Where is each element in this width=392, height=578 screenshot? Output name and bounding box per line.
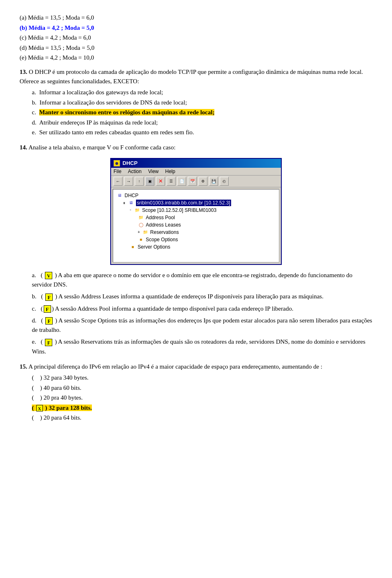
tree-scope-options: ■ Scope Options (116, 236, 276, 243)
dhcp-tree-body: 🖥 DHCP ∎ 🖥 sriblm01003.intrabb.bb.com.br… (113, 189, 279, 262)
q14-answer-e: e. ( F ) A sessão Reservations trás as i… (32, 337, 372, 356)
address-leases-icon: ◯ (138, 222, 144, 228)
menu-action[interactable]: Action (128, 169, 141, 174)
tree-server: ∎ 🖥 sriblm01003.intrabb.bb.com.br [10.12… (116, 199, 276, 207)
question-15: 15. A principal diferença do IPv6 em rel… (20, 362, 372, 422)
toolbar-delete[interactable]: ✕ (156, 177, 165, 186)
option-d: (d) Média = 13,5 ; Moda = 5,0 (20, 43, 372, 53)
tree-server-label: sriblm01003.intrabb.bb.com.br [10.12.52.… (136, 200, 231, 206)
dhcp-window-title: DHCP (122, 160, 138, 166)
menu-help[interactable]: Help (165, 169, 176, 174)
q15-option-a: ( ) 32 para 340 bytes. (32, 373, 372, 382)
q14-answers: a. ( V ) A aba em que aparece o nome do … (20, 271, 372, 356)
q15-options: ( ) 32 para 340 bytes. ( ) 40 para 60 bi… (20, 373, 372, 422)
answer-v-box: V (45, 272, 52, 279)
tree-server-options-label: Server Options (138, 244, 170, 250)
answer-x-box: X (36, 405, 43, 411)
menu-file[interactable]: File (114, 169, 121, 174)
q14-answer-a: a. ( V ) A aba em que aparece o nome do … (32, 271, 372, 290)
option-b: (b) Média = 4,2 ; Moda = 5,0 (20, 23, 372, 33)
q13-option-d: d. Atribuir endereços IP às máquinas da … (32, 118, 372, 127)
dhcp-titlebar: ❆ DHCP (111, 159, 281, 168)
toolbar-btn5[interactable]: 📅 (188, 177, 197, 186)
toolbar-btn1[interactable]: ▣ (145, 177, 154, 186)
server-icon: 🖥 (128, 200, 134, 206)
tree-dhcp-root: 🖥 DHCP (116, 192, 276, 199)
answer-f-box-b: F (45, 293, 53, 301)
answer-f-box-e: F (45, 339, 52, 346)
tree-address-pool-label: Address Pool (146, 215, 175, 220)
q13-text: 13. O DHCP é um protocolo da camada de a… (20, 67, 372, 87)
computer-icon: 🖥 (116, 192, 123, 199)
address-pool-icon: 📁 (138, 214, 144, 221)
q13-options: a. Informar a localização dos gateways d… (20, 88, 372, 137)
option-c: (c) Média = 4,2 ; Moda = 6,0 (20, 33, 372, 42)
q15-option-e: ( ) 20 para 64 bits. (32, 413, 372, 422)
toolbar-btn3[interactable]: ☰ (167, 177, 176, 186)
q15-option-b: ( ) 40 para 60 bits. (32, 383, 372, 393)
q13-option-c: c. Manter o sincronismo entre os relógio… (32, 108, 372, 117)
q13-option-b: b. Informar a localização dos servidores… (32, 98, 372, 107)
dhcp-toolbar: ← → ↑ ▣ ✕ ☰ 📄 📅 ⚙ 💾 ◴ (111, 176, 281, 187)
toolbar-btn8[interactable]: ◴ (220, 177, 229, 186)
tree-address-leases: ◯ Address Leases (116, 221, 276, 229)
q14-text: 14. Analise a tela abaixo, e marque V ou… (20, 143, 372, 152)
tree-server-options: ■ Server Options (116, 243, 276, 251)
server-options-icon: ■ (129, 244, 136, 250)
tree-dhcp-label: DHCP (125, 193, 138, 198)
toolbar-back[interactable]: ← (114, 177, 122, 186)
tree-reservations: + 📁 Reservations (116, 229, 276, 236)
answer-f-box-d: F (45, 317, 53, 325)
scope-options-icon: ■ (138, 236, 144, 243)
tree-address-leases-label: Address Leases (146, 222, 181, 228)
q13-option-e: e. Ser utilizado tanto em redes cabeadas… (32, 128, 372, 137)
toolbar-up[interactable]: ↑ (135, 177, 144, 186)
toolbar-btn7[interactable]: 💾 (209, 177, 218, 186)
q14-answer-c: c. (F) A sessão Address Pool informa a q… (32, 304, 372, 313)
tree-scope-label: Scope [10.12.52.0] SRIBLM01003 (142, 207, 216, 213)
toolbar-forward[interactable]: → (124, 177, 133, 186)
tree-scope-options-label: Scope Options (146, 237, 178, 242)
menu-view[interactable]: View (148, 169, 159, 174)
scope-folder-icon: 📁 (134, 207, 140, 213)
dhcp-menubar: File Action View Help (111, 168, 281, 176)
dhcp-window: ❆ DHCP File Action View Help ← → ↑ ▣ ✕ ☰… (110, 158, 282, 265)
question-13: 13. O DHCP é um protocolo da camada de a… (20, 67, 372, 137)
q14-answer-b: b. ( F ) A sessão Address Leases informa… (32, 292, 372, 301)
q15-option-d: ( X ) 32 para 128 bits. (32, 403, 372, 413)
reservations-icon: 📁 (142, 229, 149, 236)
toolbar-btn6[interactable]: ⚙ (198, 177, 207, 186)
options-section: (a) Média = 13,5 ; Moda = 6,0 (b) Média … (20, 13, 372, 62)
tree-scope: ⁃ 📁 Scope [10.12.52.0] SRIBLM01003 (116, 207, 276, 214)
q14-answer-d: d. ( F ) A sessão Scope Options trás as … (32, 316, 372, 335)
q15-option-c: ( ) 20 pra 40 bytes. (32, 393, 372, 402)
option-e: (e) Média = 4,2 ; Moda = 10,0 (20, 53, 372, 62)
tree-reservations-label: Reservations (150, 229, 179, 235)
answer-f-box-c: F (44, 305, 51, 313)
toolbar-btn4[interactable]: 📄 (177, 177, 186, 186)
question-14: 14. Analise a tela abaixo, e marque V ou… (20, 143, 372, 356)
q13-option-a: a. Informar a localização dos gateways d… (32, 88, 372, 97)
option-a: (a) Média = 13,5 ; Moda = 6,0 (20, 13, 372, 22)
dhcp-window-icon: ❆ (114, 160, 120, 167)
tree-address-pool: 📁 Address Pool (116, 214, 276, 221)
q15-text: 15. A principal diferença do IPv6 em rel… (20, 362, 372, 371)
